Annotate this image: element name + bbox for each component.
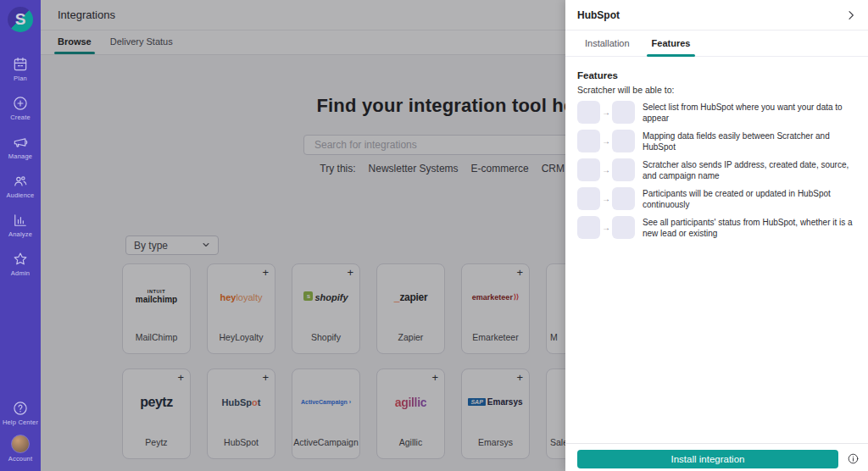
- feature-row: →See all participants' status from HubSp…: [577, 216, 856, 239]
- panel-body: Features Scratcher will be able to: →Sel…: [565, 57, 868, 443]
- feature-source-icon: [577, 130, 600, 152]
- feature-source-icon: [577, 216, 600, 239]
- feature-target-icon: [612, 130, 635, 152]
- feature-text: Mapping data fields easily between Scrat…: [643, 130, 856, 152]
- avatar: [11, 435, 30, 453]
- feature-row: →Select list from HubSpot where you want…: [577, 101, 856, 124]
- sidebar-item-account[interactable]: Account: [8, 435, 33, 463]
- panel-tab-installation[interactable]: Installation: [585, 38, 630, 56]
- megaphone-icon: [12, 134, 29, 151]
- info-circle-icon[interactable]: [847, 452, 860, 465]
- star-icon: [12, 251, 29, 268]
- feature-target-icon: [612, 158, 635, 181]
- sidebar-item-label: Manage: [8, 152, 32, 160]
- features-subtitle: Scratcher will be able to:: [577, 85, 856, 95]
- features-list: →Select list from HubSpot where you want…: [577, 101, 856, 239]
- bar-chart-icon: [12, 212, 29, 229]
- feature-text: See all participants' status from HubSpo…: [643, 217, 856, 239]
- panel-tab-features[interactable]: Features: [652, 38, 691, 56]
- feature-text: Scratcher also sends IP address, created…: [643, 159, 856, 181]
- panel-title: HubSpot: [577, 9, 620, 21]
- feature-target-icon: [612, 187, 635, 210]
- sidebar-item-label: Help Center: [3, 418, 38, 426]
- arrow-right-icon: →: [600, 165, 612, 175]
- panel-header: HubSpot: [565, 0, 868, 30]
- logo-letter: S: [15, 11, 26, 27]
- feature-source-icon: [577, 158, 600, 181]
- sidebar-item-help-center[interactable]: Help Center: [3, 400, 38, 426]
- feature-row: →Mapping data fields easily between Scra…: [577, 130, 856, 152]
- panel-tabbar: InstallationFeatures: [565, 38, 868, 57]
- sidebar-item-label: Plan: [14, 75, 27, 82]
- sidebar: S PlanCreateManageAudienceAnalyzeAdmin H…: [0, 0, 41, 471]
- plus-circle-icon: [12, 95, 29, 112]
- panel-footer: Install integration: [565, 443, 868, 471]
- arrow-right-icon: →: [600, 223, 612, 232]
- sidebar-item-manage[interactable]: Manage: [8, 134, 32, 160]
- feature-text: Participants will be created or updated …: [643, 188, 856, 210]
- features-heading: Features: [577, 70, 856, 80]
- feature-target-icon: [612, 101, 635, 124]
- feature-row: →Participants will be created or updated…: [577, 187, 856, 210]
- sidebar-item-label: Create: [10, 114, 31, 121]
- feature-source-icon: [577, 187, 600, 210]
- arrow-right-icon: →: [600, 108, 612, 117]
- integration-detail-panel: HubSpot InstallationFeatures Features Sc…: [565, 0, 868, 471]
- sidebar-item-plan[interactable]: Plan: [12, 56, 29, 82]
- install-integration-button[interactable]: Install integration: [577, 450, 838, 468]
- arrow-right-icon: →: [600, 194, 612, 203]
- feature-target-icon: [612, 216, 635, 239]
- sidebar-item-analyze[interactable]: Analyze: [8, 212, 32, 238]
- sidebar-item-label: Admin: [11, 269, 30, 277]
- scratcher-logo: S: [8, 7, 33, 32]
- sidebar-item-admin[interactable]: Admin: [11, 251, 30, 277]
- sidebar-item-audience[interactable]: Audience: [7, 173, 35, 199]
- feature-text: Select list from HubSpot where you want …: [643, 102, 856, 124]
- question-icon: [12, 400, 29, 417]
- feature-source-icon: [577, 101, 600, 124]
- feature-row: →Scratcher also sends IP address, create…: [577, 158, 856, 181]
- sidebar-item-label: Account: [8, 455, 33, 463]
- sidebar-item-create[interactable]: Create: [10, 95, 31, 121]
- sidebar-nav: PlanCreateManageAudienceAnalyzeAdmin: [7, 56, 35, 277]
- chevron-right-icon[interactable]: [844, 8, 858, 22]
- calendar-icon: [12, 56, 29, 73]
- sidebar-item-label: Audience: [7, 191, 35, 199]
- sidebar-item-label: Analyze: [8, 230, 32, 238]
- users-icon: [12, 173, 29, 190]
- arrow-right-icon: →: [600, 136, 612, 146]
